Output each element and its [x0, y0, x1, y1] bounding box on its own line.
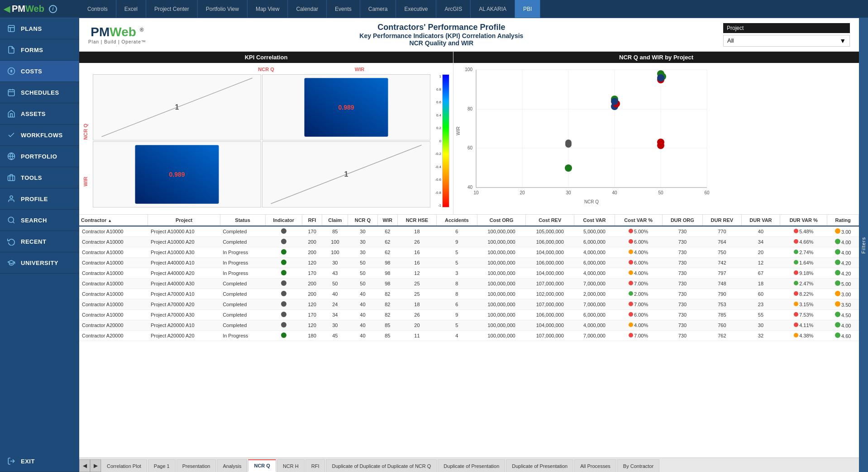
nav-tab-controls[interactable]: Controls [79, 0, 116, 18]
rating-dot [835, 322, 840, 328]
table-section: Contractor ▲ Project Status Indicator RF… [79, 215, 859, 458]
cell-durvar: 34 [741, 237, 780, 247]
table-row[interactable]: Contractor A10000 Project A70000 A20 Com… [79, 299, 859, 310]
svg-text:60: 60 [704, 190, 710, 195]
bottom-tab-8[interactable]: Duplicate of Presentation [438, 459, 505, 472]
cell-accidents: 5 [436, 258, 477, 268]
sidebar-item-university[interactable]: UNIVERSITY [0, 252, 79, 274]
cell-durrev: 797 [703, 268, 742, 279]
ncr-q-top-label: NCR Q [258, 67, 274, 72]
nav-tab-camera[interactable]: Camera [360, 0, 396, 18]
cell-ncrhse: 11 [398, 331, 437, 341]
cell-rfi: 200 [302, 279, 322, 289]
cell-costrev: 104,000,000 [526, 268, 574, 279]
profile-icon [6, 194, 16, 204]
cell-durvarpct: 4.38% [780, 331, 827, 341]
cell-costvarpct: 6.00% [615, 258, 662, 268]
durvar-dot [794, 250, 798, 254]
cell-wir: 82 [377, 310, 398, 320]
cell-accidents: 8 [436, 289, 477, 299]
cell-durvarpct: 9.18% [780, 268, 827, 279]
col-durrev: DUR REV [703, 215, 742, 226]
sidebar-item-tools[interactable]: TOOLS [0, 167, 79, 188]
sidebar-item-plans[interactable]: PLANS [0, 18, 79, 39]
nav-tab-calendar[interactable]: Calendar [288, 0, 327, 18]
bottom-tab-3[interactable]: Analysis [217, 459, 247, 472]
table-wrapper[interactable]: Contractor ▲ Project Status Indicator RF… [79, 215, 859, 458]
nav-tab-project-center[interactable]: Project Center [146, 0, 198, 18]
svg-rect-4 [8, 90, 14, 96]
right-filter-panel[interactable]: Filters [859, 18, 868, 472]
cell-durvar: 32 [741, 331, 780, 341]
nav-tab-arcgis[interactable]: ArcGIS [436, 0, 471, 18]
cell-costorg: 100,000,000 [477, 226, 525, 237]
nav-tab-portfolio-view[interactable]: Portfolio View [198, 0, 248, 18]
nav-tab-alakaria[interactable]: AL AKARIA [471, 0, 515, 18]
nav-tab-pbi[interactable]: PBI [515, 0, 540, 18]
cell-rating: 4.00 [827, 320, 859, 331]
bottom-tab-4[interactable]: NCR Q [248, 459, 276, 472]
tab-prev-btn[interactable]: ◀ [79, 459, 90, 472]
sidebar-item-schedules[interactable]: SCHEDULES [0, 82, 79, 103]
bottom-tab-0[interactable]: Correlation Plot [101, 459, 147, 472]
table-row[interactable]: Contractor A10000 Project A10000 A30 In … [79, 247, 859, 258]
sidebar-item-recent[interactable]: RECENT [0, 231, 79, 252]
costvar-dot [629, 229, 633, 233]
table-row[interactable]: Contractor A10000 Project A40000 A10 In … [79, 258, 859, 268]
sidebar-item-search[interactable]: SEARCH [0, 210, 79, 231]
cell-project: Project A10000 A20 [148, 237, 220, 247]
kpi-cell-11-value: 1 [344, 170, 348, 178]
bottom-tab-6[interactable]: RFI [305, 459, 325, 472]
cell-durvarpct: 4.11% [780, 320, 827, 331]
sidebar-item-profile[interactable]: PROFILE [0, 188, 79, 210]
cell-wir: 62 [377, 237, 398, 247]
cell-durorg: 730 [662, 299, 702, 310]
table-row[interactable]: Contractor A20000 Project A20000 A20 In … [79, 331, 859, 341]
table-row[interactable]: Contractor A10000 Project A10000 A10 Com… [79, 226, 859, 237]
col-rating: Rating [827, 215, 859, 226]
svg-text:NCR Q: NCR Q [584, 199, 599, 204]
nav-tab-executive[interactable]: Executive [396, 0, 436, 18]
cell-durorg: 730 [662, 310, 702, 320]
table-row[interactable]: Contractor A10000 Project A70000 A10 Com… [79, 289, 859, 299]
cell-rating: 3.50 [827, 299, 859, 310]
table-row[interactable]: Contractor A10000 Project A10000 A20 Com… [79, 237, 859, 247]
sidebar-item-costs[interactable]: COSTS [0, 61, 79, 82]
sidebar-item-workflows[interactable]: WORKFLOWS [0, 125, 79, 146]
bottom-tab-2[interactable]: Presentation [176, 459, 216, 472]
info-icon[interactable]: i [49, 5, 57, 13]
bottom-tab-11[interactable]: By Contractor [617, 459, 659, 472]
nav-tab-events[interactable]: Events [327, 0, 360, 18]
svg-rect-0 [8, 25, 14, 32]
workflows-icon [6, 130, 16, 140]
cell-durrev: 764 [703, 237, 742, 247]
sidebar-item-portfolio[interactable]: PORTFOLIO [0, 146, 79, 167]
cell-costrev: 102,000,000 [526, 289, 574, 299]
nav-tab-map-view[interactable]: Map View [248, 0, 288, 18]
table-row[interactable]: Contractor A10000 Project A40000 A30 Com… [79, 279, 859, 289]
nav-tab-excel[interactable]: Excel [116, 0, 146, 18]
bottom-tab-7[interactable]: Duplicate of Duplicate of Duplicate of N… [326, 459, 437, 472]
bottom-tab-1[interactable]: Page 1 [148, 459, 176, 472]
bottom-tab-5[interactable]: NCR H [277, 459, 305, 472]
cell-ncrq: 30 [348, 247, 377, 258]
cell-ncrhse: 25 [398, 289, 437, 299]
table-row[interactable]: Contractor A10000 Project A40000 A20 In … [79, 268, 859, 279]
tab-next-btn[interactable]: ▶ [90, 459, 101, 472]
bottom-tab-9[interactable]: Duplicate of Presentation [506, 459, 573, 472]
cell-contractor: Contractor A10000 [79, 279, 148, 289]
cell-durorg: 730 [662, 226, 702, 237]
sidebar-item-assets[interactable]: ASSETS [0, 103, 79, 125]
cell-costrev: 104,000,000 [526, 247, 574, 258]
filter-dropdown[interactable]: All ▼ [723, 35, 850, 47]
cell-durvar: 67 [741, 268, 780, 279]
table-row[interactable]: Contractor A10000 Project A70000 A30 Com… [79, 310, 859, 320]
cell-costvar: 6,000,000 [574, 310, 615, 320]
cell-wir: 62 [377, 247, 398, 258]
kpi-cell-11: 1 [262, 141, 430, 207]
table-row[interactable]: Contractor A20000 Project A20000 A10 Com… [79, 320, 859, 331]
sidebar-item-exit[interactable]: EXIT [0, 451, 79, 472]
content-area: PMWeb ® Plan | Build | Operate™ Contract… [79, 18, 859, 472]
bottom-tab-10[interactable]: All Processes [574, 459, 616, 472]
sidebar-item-forms[interactable]: FORMS [0, 39, 79, 61]
